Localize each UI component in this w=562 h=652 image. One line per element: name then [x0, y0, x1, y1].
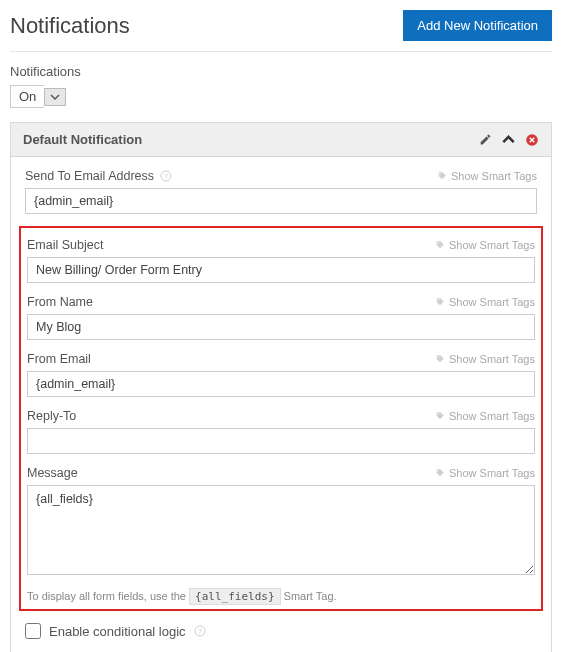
panel-title: Default Notification [23, 132, 142, 147]
svg-text:?: ? [198, 628, 202, 635]
field-from-email: From Email Show Smart Tags [27, 352, 535, 397]
tag-icon [435, 354, 445, 364]
conditional-checkbox[interactable] [25, 623, 41, 639]
field-send-to: Send To Email Address ? Show Smart Tags [25, 169, 537, 214]
tag-icon [435, 468, 445, 478]
reply-to-input[interactable] [27, 428, 535, 454]
panel-body: Send To Email Address ? Show Smart Tags … [11, 157, 551, 652]
send-to-label: Send To Email Address ? [25, 169, 172, 183]
toggle-label: Notifications [10, 64, 552, 79]
svg-text:?: ? [164, 173, 168, 180]
show-smart-tags[interactable]: Show Smart Tags [435, 239, 535, 251]
show-smart-tags[interactable]: Show Smart Tags [435, 410, 535, 422]
show-smart-tags[interactable]: Show Smart Tags [437, 170, 537, 182]
toggle-select[interactable]: On [10, 85, 552, 108]
help-icon[interactable]: ? [194, 625, 206, 637]
field-reply-to: Reply-To Show Smart Tags [27, 409, 535, 454]
code-tag: {all_fields} [189, 588, 280, 605]
conditional-logic-row: Enable conditional logic ? [25, 623, 537, 639]
panel-actions [479, 133, 539, 147]
from-email-label: From Email [27, 352, 91, 366]
add-notification-button[interactable]: Add New Notification [403, 10, 552, 41]
tag-icon [435, 297, 445, 307]
show-smart-tags[interactable]: Show Smart Tags [435, 467, 535, 479]
chevron-down-icon[interactable] [44, 88, 66, 106]
reply-to-label: Reply-To [27, 409, 76, 423]
tag-icon [437, 171, 447, 181]
send-to-input[interactable] [25, 188, 537, 214]
edit-icon[interactable] [479, 133, 492, 146]
field-from-name: From Name Show Smart Tags [27, 295, 535, 340]
highlight-box: Email Subject Show Smart Tags From Name … [19, 226, 543, 611]
from-name-label: From Name [27, 295, 93, 309]
message-label: Message [27, 466, 78, 480]
page-title: Notifications [10, 13, 130, 39]
subject-label: Email Subject [27, 238, 103, 252]
tag-icon [435, 240, 445, 250]
delete-icon[interactable] [525, 133, 539, 147]
notifications-toggle-section: Notifications On [10, 64, 552, 108]
header: Notifications Add New Notification [10, 10, 552, 52]
field-subject: Email Subject Show Smart Tags [27, 238, 535, 283]
show-smart-tags[interactable]: Show Smart Tags [435, 296, 535, 308]
chevron-up-icon[interactable] [502, 133, 515, 146]
field-message: Message Show Smart Tags [27, 466, 535, 578]
message-textarea[interactable] [27, 485, 535, 575]
hint-text: To display all form fields, use the {all… [27, 590, 535, 603]
from-email-input[interactable] [27, 371, 535, 397]
panel-header: Default Notification [11, 123, 551, 157]
tag-icon [435, 411, 445, 421]
show-smart-tags[interactable]: Show Smart Tags [435, 353, 535, 365]
from-name-input[interactable] [27, 314, 535, 340]
toggle-value: On [10, 85, 44, 108]
conditional-label: Enable conditional logic ? [49, 624, 206, 639]
notification-panel: Default Notification Send To Email Addre… [10, 122, 552, 652]
help-icon[interactable]: ? [160, 170, 172, 182]
subject-input[interactable] [27, 257, 535, 283]
